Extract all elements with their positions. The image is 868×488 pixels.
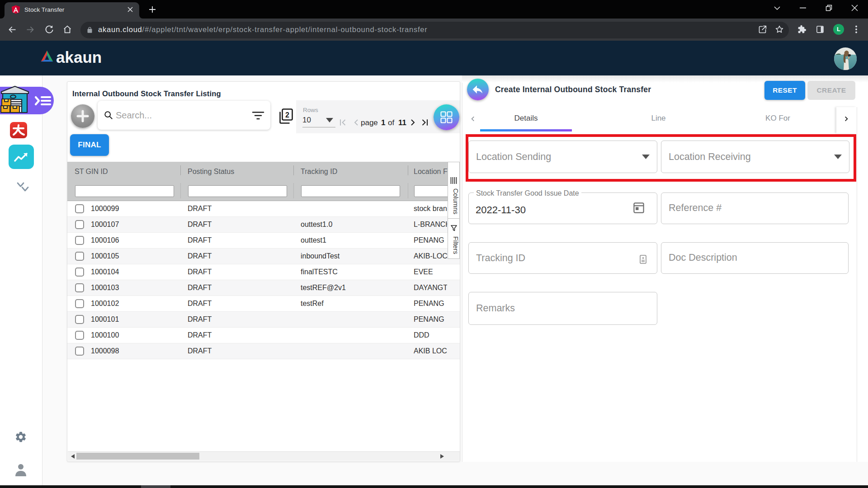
svg-text:2: 2 (285, 111, 289, 119)
